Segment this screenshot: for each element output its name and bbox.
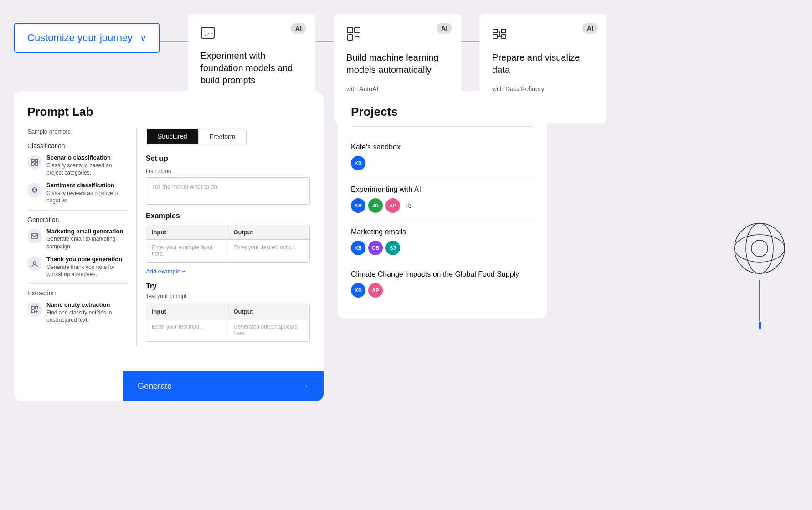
main-area: Prompt Lab Sample prompts Classification: [14, 91, 798, 401]
prompt-desc: Classify scenario based on project categ…: [46, 162, 129, 176]
prompt-lab-right: Structured Freeform Set up Instruction T…: [137, 128, 310, 346]
output-cell[interactable]: Enter your desired output.: [228, 240, 310, 262]
card-title-2: Build machine learning models automatica…: [346, 52, 448, 76]
svg-point-29: [735, 235, 785, 262]
freeform-tab[interactable]: Freeform: [198, 129, 247, 144]
instruction-label: Instruction: [146, 168, 310, 175]
divider: [27, 210, 129, 211]
list-item[interactable]: Marketing email generation Generate emai…: [27, 228, 129, 250]
structured-tab[interactable]: Structured: [147, 129, 198, 144]
avatar: KB: [351, 241, 365, 255]
scenario-icon: [27, 155, 42, 170]
try-title: Try: [146, 282, 310, 290]
project-avatars: KB: [351, 156, 533, 170]
avatar: KB: [351, 283, 365, 298]
svg-rect-8: [493, 35, 498, 38]
prompt-lab-inner: Sample prompts Classification Scenario c…: [27, 128, 310, 346]
projects-title: Projects: [351, 105, 533, 127]
card-title-1: Experiment with foundation models and bu…: [200, 50, 303, 87]
avatar: GB: [368, 241, 383, 255]
prompt-name: Thank you note generation: [46, 256, 129, 263]
svg-point-28: [746, 223, 773, 273]
avatar: KB: [351, 156, 365, 170]
svg-point-27: [735, 223, 785, 273]
prompt-name: Scenario classification: [46, 154, 129, 162]
customize-btn-label: Customize your journey: [27, 32, 133, 44]
examples-table: Input Output Enter your example input he…: [146, 225, 310, 263]
category-extraction: Extraction: [27, 289, 129, 297]
project-item[interactable]: Kate's sandbox KB: [351, 136, 533, 178]
project-avatars: KB JD AP +3: [351, 198, 533, 213]
ai-badge-2: AI: [437, 23, 452, 34]
sentiment-icon: [27, 183, 42, 197]
prompt-name: Name entity extraction: [46, 301, 129, 309]
generate-label: Generate: [138, 381, 172, 391]
connector-2: [315, 41, 334, 42]
prompt-item-text: Marketing email generation Generate emai…: [46, 228, 129, 250]
try-input-cell[interactable]: Enter your test input.: [146, 319, 228, 341]
generate-arrow-icon: →: [301, 381, 309, 391]
svg-text:[···]: [···]: [203, 30, 215, 36]
projects-panel: Projects Kate's sandbox KB Experimenting…: [337, 91, 547, 319]
input-cell[interactable]: Enter your example input here.: [146, 240, 228, 262]
svg-point-32: [759, 322, 761, 329]
svg-rect-16: [35, 163, 38, 165]
try-output-col: Output: [228, 304, 310, 319]
category-classification: Classification: [27, 142, 129, 149]
sample-prompts-label: Sample prompts: [27, 128, 129, 135]
autoai-icon: [346, 26, 448, 44]
list-item[interactable]: Sentiment classification Classify review…: [27, 182, 129, 204]
try-table-header: Input Output: [146, 304, 309, 319]
data-refinery-icon: [492, 26, 594, 44]
avatar: JD: [368, 198, 383, 213]
generate-button[interactable]: Generate →: [123, 371, 324, 401]
try-input-col: Input: [146, 304, 228, 319]
instruction-placeholder: Tell the model what to do.: [152, 183, 219, 190]
project-item[interactable]: Experimenting with AI KB JD AP +3: [351, 178, 533, 221]
svg-rect-24: [31, 310, 34, 313]
project-avatars: KB GB SJ: [351, 241, 533, 255]
extraction-icon: [27, 302, 42, 317]
prompt-lab-icon: [···]: [200, 26, 303, 42]
svg-rect-13: [31, 159, 34, 162]
project-item[interactable]: Climate Change Impacts on the Global Foo…: [351, 263, 533, 305]
project-name: Experimenting with AI: [351, 185, 533, 194]
list-item[interactable]: Thank you note generation Generate thank…: [27, 256, 129, 278]
prompt-lab-panel: Prompt Lab Sample prompts Classification: [14, 91, 324, 401]
ai-badge-3: AI: [582, 23, 598, 34]
try-table: Input Output Enter your test input. Gene…: [146, 304, 310, 342]
svg-rect-4: [347, 35, 353, 40]
customize-journey-button[interactable]: Customize your journey ∨: [14, 23, 160, 53]
svg-rect-15: [31, 163, 34, 165]
svg-point-5: [356, 36, 358, 37]
svg-rect-7: [501, 29, 506, 33]
list-item[interactable]: Name entity extraction Find and classify…: [27, 301, 129, 324]
email-icon: [27, 229, 42, 243]
add-example-link[interactable]: Add example +: [146, 268, 185, 275]
list-item[interactable]: Scenario classification Classify scenari…: [27, 154, 129, 176]
prompt-lab-title: Prompt Lab: [27, 105, 310, 119]
svg-rect-6: [493, 29, 498, 33]
avatar: AP: [368, 283, 383, 298]
prompt-name: Sentiment classification: [46, 182, 129, 190]
project-item[interactable]: Marketing emails KB GB SJ: [351, 221, 533, 263]
svg-point-30: [751, 240, 768, 257]
prompt-desc: Generate email to marketing campaign.: [46, 235, 129, 250]
more-count-badge: +3: [405, 202, 411, 209]
card-title-3: Prepare and visualize data: [492, 52, 594, 76]
try-subtitle: Test your prompt: [146, 293, 310, 299]
instruction-input[interactable]: Tell the model what to do.: [146, 177, 310, 205]
prompt-item-text: Name entity extraction Find and classify…: [46, 301, 129, 324]
prompt-item-text: Sentiment classification Classify review…: [46, 182, 129, 204]
divider: [27, 283, 129, 284]
svg-rect-2: [347, 27, 353, 33]
project-name: Kate's sandbox: [351, 143, 533, 151]
decorative-orb: [730, 219, 789, 335]
category-generation: Generation: [27, 216, 129, 223]
avatar: KB: [351, 198, 365, 213]
prompt-desc: Generate thank you note for workshop att…: [46, 263, 129, 278]
connector-line-1: [160, 41, 188, 42]
table-row: Enter your test input. Generated output …: [146, 319, 309, 341]
project-name: Climate Change Impacts on the Global Foo…: [351, 270, 533, 278]
svg-rect-14: [35, 159, 38, 162]
